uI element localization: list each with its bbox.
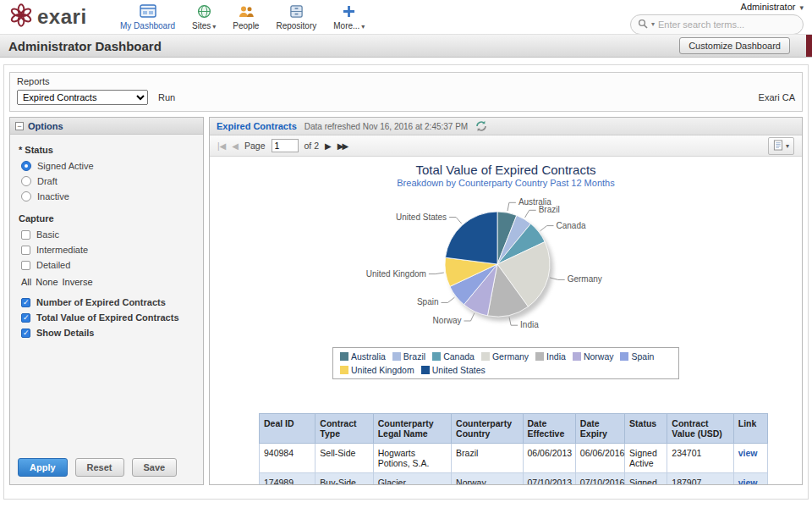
capture-section-label: Capture [19,213,195,224]
user-menu[interactable]: Administrator ▾ [741,2,804,12]
search-icon [638,17,648,32]
table-row: 940984Sell-SideHogwarts Potions, S.A.Bra… [260,444,768,473]
capture-options-group: BasicIntermediateDetailed [19,229,195,270]
checkbox-icon[interactable] [21,329,30,338]
pie-label-germany: Germany [568,274,602,284]
top-right-area: Administrator ▾ ▾ [630,0,804,35]
checkbox-icon[interactable] [21,246,30,255]
chart-title: Total Value of Expired Contracts [210,163,802,177]
chevron-down-icon: ▾ [212,23,216,30]
first-page-button[interactable]: |◀ [217,141,226,151]
checkbox-number-of-expired-contracts[interactable]: Number of Expired Contracts [21,297,195,307]
run-button[interactable]: Run [158,92,175,102]
legend-swatch [340,366,348,374]
theme-accent-strip [806,35,812,57]
report-panel-header: Expired Contracts Data refreshed Nov 16,… [210,118,802,135]
radio-draft[interactable]: Draft [21,176,195,186]
reset-button[interactable]: Reset [75,458,124,477]
legend-item-canada: Canada [432,351,475,362]
link-none[interactable]: None [36,277,58,287]
customize-dashboard-button[interactable]: Customize Dashboard [679,37,790,54]
link-inverse[interactable]: Inverse [63,277,93,287]
column-header-status: Status [625,414,667,444]
checkbox-icon[interactable] [21,298,30,307]
column-header-date-effective: Date Effective [523,414,575,444]
report-panel: Expired Contracts Data refreshed Nov 16,… [209,117,803,485]
view-link[interactable]: view [738,478,758,484]
checkbox-icon[interactable] [21,313,30,323]
radio-signed-active[interactable]: Signed Active [21,161,195,171]
pie-label-canada: Canada [557,221,586,230]
nav-item-my-dashboard[interactable]: My Dashboard [120,3,175,30]
export-button[interactable]: ▾ [768,137,794,155]
page-title: Administrator Dashboard [8,39,162,53]
save-button[interactable]: Save [132,458,178,477]
nav-item-more[interactable]: More...▾ [333,3,365,30]
nav-item-sites[interactable]: Sites▾ [192,3,216,30]
legend-item-united-kingdom: United Kingdom [340,365,414,375]
options-panel-title: Options [28,121,63,131]
sites-icon [197,3,211,19]
pie-label-norway: Norway [433,316,462,325]
chevron-down-icon[interactable]: ▾ [651,20,655,28]
legend-item-norway: Norway [573,351,614,362]
view-link[interactable]: view [738,448,758,458]
legend-swatch [573,352,581,361]
radio-icon[interactable] [21,176,31,186]
report-select[interactable]: Expired Contracts [17,90,148,105]
page-count-label: of 2 [304,141,320,151]
refresh-icon[interactable] [475,120,487,132]
search-input[interactable] [658,19,785,30]
prev-page-button[interactable]: ◀ [232,141,239,151]
pie-label-spain: Spain [417,297,439,306]
legend-swatch [421,366,430,374]
checkbox-icon[interactable] [21,261,30,270]
legend-item-india: India [535,351,566,362]
people-icon [238,3,255,19]
checkbox-intermediate[interactable]: Intermediate [21,245,195,255]
legend-item-united-states: United States [421,365,486,375]
display-options-group: Number of Expired ContractsTotal Value o… [19,297,195,338]
checkbox-detailed[interactable]: Detailed [21,260,195,270]
status-options-group: Signed ActiveDraftInactive [19,161,195,202]
user-menu-label: Administrator [741,2,796,12]
checkbox-show-details[interactable]: Show Details [21,328,195,338]
legend-swatch [535,352,544,361]
column-header-contract-type: Contract Type [315,414,373,444]
checkbox-total-value-of-expired-contracts[interactable]: Total Value of Expired Contracts [21,312,195,323]
primary-nav: My DashboardSites▾PeopleRepositoryMore..… [120,3,365,30]
radio-icon[interactable] [21,161,31,171]
next-page-button[interactable]: ▶ [325,141,332,151]
legend-swatch [340,352,348,361]
pie-chart: AustraliaBrazilCanadaGermanyIndiaNorwayS… [210,188,802,345]
checkbox-icon[interactable] [21,230,30,240]
legend-swatch [432,352,441,361]
legend-item-spain: Spain [620,351,654,362]
page-input[interactable] [272,139,299,152]
chevron-down-icon: ▾ [361,23,365,30]
more-icon [343,3,355,19]
pie-label-united-kingdom: United Kingdom [366,269,426,279]
column-header-counterparty-country: Counterparty Country [452,414,523,444]
exari-flower-icon [8,3,34,31]
column-header-link: Link [733,414,767,444]
pie-slice-united-states [446,212,498,264]
search-box[interactable]: ▾ [630,14,804,35]
apply-button[interactable]: Apply [18,458,68,477]
pagination-toolbar: |◀ ◀ Page of 2 ▶ ▶▶ ▾ [210,135,802,157]
radio-icon[interactable] [21,191,31,202]
radio-inactive[interactable]: Inactive [21,191,195,202]
options-panel: − Options * Status Signed ActiveDraftIna… [9,117,204,485]
exari-logo[interactable]: exari [8,3,108,31]
last-page-button[interactable]: ▶▶ [337,141,347,151]
pie-label-india: India [520,320,539,329]
column-header-date-expiry: Date Expiry [575,414,624,444]
collapse-icon[interactable]: − [15,122,24,130]
legend-item-germany: Germany [481,351,529,362]
checkbox-basic[interactable]: Basic [21,229,195,240]
repository-icon [289,3,304,19]
nav-item-repository[interactable]: Repository [276,3,316,30]
chart-legend: AustraliaBrazilCanadaGermanyIndiaNorwayS… [332,347,679,379]
link-all[interactable]: All [21,277,31,287]
nav-item-people[interactable]: People [233,3,259,30]
